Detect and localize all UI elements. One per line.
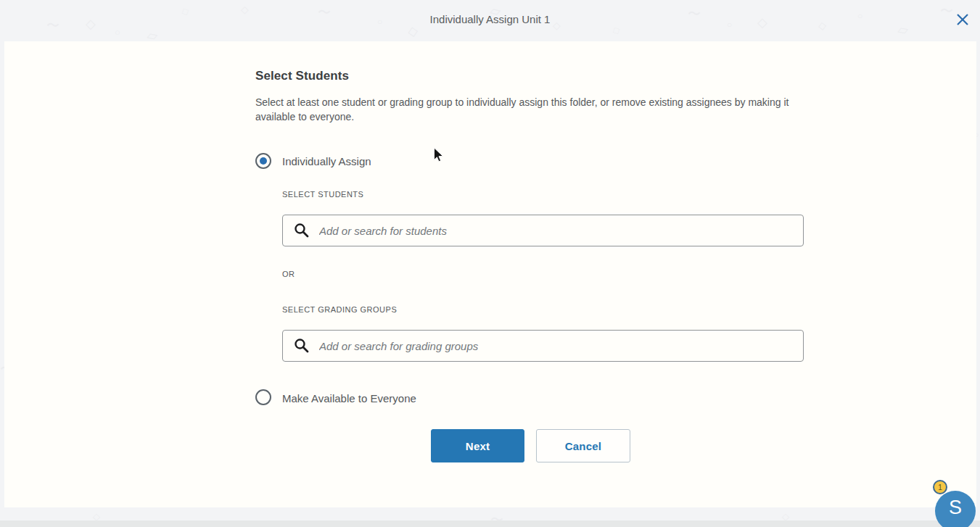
radio-make-available-everyone-label[interactable]: Make Available to Everyone xyxy=(282,392,416,404)
grading-groups-search-field xyxy=(282,330,804,362)
page-title: Select Students xyxy=(255,69,349,83)
select-grading-groups-label: SELECT GRADING GROUPS xyxy=(282,305,397,314)
radio-individually-assign[interactable] xyxy=(255,153,271,169)
radio-make-available-everyone[interactable] xyxy=(255,389,271,405)
bottom-edge-strip xyxy=(0,520,980,527)
modal-title: Individually Assign Unit 1 xyxy=(0,13,980,25)
cancel-button[interactable]: Cancel xyxy=(536,429,630,462)
or-label: OR xyxy=(282,270,295,278)
next-button[interactable]: Next xyxy=(431,429,524,462)
select-students-label: SELECT STUDENTS xyxy=(282,190,363,199)
close-button[interactable] xyxy=(952,9,973,30)
close-icon xyxy=(955,12,971,28)
radio-individually-assign-label[interactable]: Individually Assign xyxy=(282,155,371,167)
students-search-field xyxy=(282,215,804,246)
avatar[interactable]: S xyxy=(935,491,976,527)
notification-badge: 1 xyxy=(933,480,947,494)
instructions-text: Select at least one student or grading g… xyxy=(255,96,804,124)
assign-modal-page: { "modal": { "title": "Individually Assi… xyxy=(0,0,980,527)
grading-groups-search-input[interactable] xyxy=(282,330,804,362)
students-search-input[interactable] xyxy=(282,215,804,246)
